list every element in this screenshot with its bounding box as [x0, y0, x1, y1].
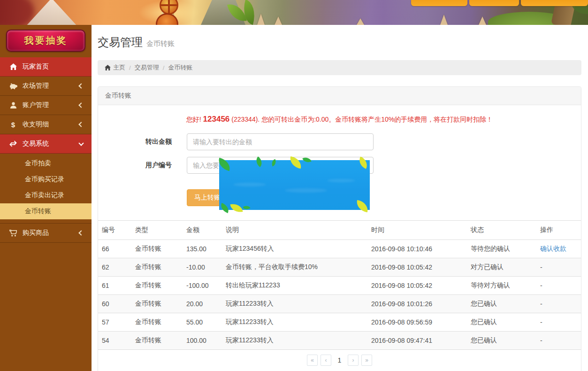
cell-action: -	[536, 295, 581, 313]
cell-amount: 135.00	[183, 240, 222, 258]
cell-desc: 玩家112233转入	[222, 295, 367, 313]
cell-type: 金币转账	[131, 240, 183, 258]
notice-message: (223344). 您的可转出金币为:0.00。金币转账将产生10%的手续费用，…	[231, 116, 493, 123]
cell-desc: 转出给玩家112233	[222, 277, 367, 295]
banner-cone	[479, 16, 486, 25]
pagination-next-button[interactable]: ›	[348, 355, 359, 366]
home-icon	[105, 65, 111, 70]
sidebar-item-label: 购买商品	[23, 229, 79, 237]
cell-type: 金币转账	[131, 313, 183, 332]
submenu-item-coin-transfer[interactable]: 金币转账	[0, 203, 92, 219]
top-nav-tab[interactable]	[411, 0, 467, 6]
pagination-last-button[interactable]: »	[361, 355, 372, 366]
cell-status: 等待您的确认	[467, 240, 536, 258]
lottery-button[interactable]: 我要抽奖	[6, 30, 85, 52]
submenu-item-coin-auction[interactable]: 金币拍卖	[0, 155, 92, 171]
leaf-decoration	[270, 159, 277, 167]
amount-form-row: 转出金额	[105, 133, 574, 150]
cell-amount: 55.00	[183, 313, 222, 332]
screenshot-overlay	[219, 160, 370, 210]
top-nav-tab[interactable]	[469, 0, 519, 6]
cell-desc: 玩家112233转入	[222, 332, 367, 350]
sidebar-item-label: 交易系统	[23, 139, 79, 148]
cell-time: 2016-09-08 10:10:46	[367, 240, 467, 258]
table-row: 54 金币转账 100.00 玩家112233转入 2016-09-08 09:…	[98, 332, 581, 350]
cell-amount: 20.00	[183, 295, 222, 313]
breadcrumb-current: 金币转账	[168, 63, 192, 72]
sidebar-item-trade-system[interactable]: 交易系统	[0, 134, 92, 154]
cell-id: 54	[98, 332, 131, 350]
amount-input[interactable]	[187, 133, 374, 150]
col-header-time: 时间	[367, 221, 467, 240]
cloud-decoration	[327, 179, 355, 182]
leaf-decoration	[217, 158, 232, 171]
pig-icon	[8, 83, 18, 89]
cell-time: 2016-09-08 10:05:42	[367, 258, 467, 277]
sidebar-item-player-home[interactable]: 玩家首页	[0, 57, 92, 77]
sidebar-item-income-detail[interactable]: $ 收支明细	[0, 115, 92, 134]
cell-amount: -10.00	[183, 258, 222, 277]
submenu-item-label: 金币拍卖	[25, 159, 51, 168]
col-header-type: 类型	[131, 221, 183, 240]
pagination-current-page[interactable]: 1	[334, 355, 345, 366]
exchange-icon	[8, 140, 18, 147]
banner-cone	[357, 18, 364, 25]
cell-time: 2016-09-08 09:56:59	[367, 313, 467, 332]
sidebar-item-label: 农场管理	[23, 82, 79, 90]
col-header-id: 编号	[98, 221, 131, 240]
cell-id: 60	[98, 295, 131, 313]
sidebar-item-buy-goods[interactable]: 购买商品	[0, 224, 92, 243]
pagination: « ‹ 1 › »	[98, 350, 581, 371]
sidebar: 我要抽奖 玩家首页 农场管理 账户管理	[0, 25, 92, 371]
user-icon	[8, 102, 18, 108]
table-header-row: 编号 类型 金额 说明 时间 状态 操作	[98, 221, 581, 240]
cell-action: -	[536, 277, 581, 295]
sidebar-item-farm[interactable]: 农场管理	[0, 77, 92, 96]
cell-id: 57	[98, 313, 131, 332]
chevron-left-icon	[78, 83, 84, 88]
cell-action: -	[536, 258, 581, 277]
chevron-left-icon	[78, 122, 84, 127]
col-header-action: 操作	[536, 221, 581, 240]
dollar-icon: $	[8, 121, 18, 129]
cell-type: 金币转账	[131, 277, 183, 295]
submenu-item-coin-sell-records[interactable]: 金币卖出记录	[0, 187, 92, 203]
confirm-receipt-link[interactable]: 确认收款	[540, 245, 566, 252]
cell-time: 2016-09-08 10:05:42	[367, 277, 467, 295]
trade-submenu: 金币拍卖 金币购买记录 金币卖出记录 金币转账	[0, 154, 92, 224]
pagination-prev-button[interactable]: ‹	[321, 355, 331, 366]
page-subtitle: 金币转账	[146, 39, 175, 47]
breadcrumb: 主页 / 交易管理 / 金币转账	[98, 60, 581, 75]
table-row: 66 金币转账 135.00 玩家123456转入 2016-09-08 10:…	[98, 240, 581, 258]
cell-status: 等待对方确认	[467, 277, 536, 295]
cell-status: 您已确认	[467, 295, 536, 313]
table-row: 60 金币转账 20.00 玩家112233转入 2016-09-08 10:0…	[98, 295, 581, 313]
pagination-first-button[interactable]: «	[307, 355, 318, 366]
cell-id: 62	[98, 258, 131, 277]
cell-type: 金币转账	[131, 332, 183, 350]
cell-type: 金币转账	[131, 258, 183, 277]
col-header-desc: 说明	[222, 221, 367, 240]
cell-amount: -100.00	[183, 277, 222, 295]
banner-decoration	[0, 0, 34, 25]
submenu-item-label: 金币卖出记录	[25, 191, 64, 200]
sidebar-item-label: 账户管理	[23, 101, 79, 109]
page-title: 交易管理金币转账	[98, 35, 581, 51]
cell-time: 2016-09-08 09:47:41	[367, 332, 467, 350]
top-nav-tab[interactable]	[521, 0, 588, 6]
cell-amount: 100.00	[183, 332, 222, 350]
transfer-panel: 金币转账 您好!123456(223344). 您的可转出金币为:0.00。金币…	[98, 86, 581, 371]
user-id-label: 用户编号	[105, 161, 187, 170]
notice-user-id: 123456	[203, 115, 230, 124]
chevron-down-icon	[78, 140, 84, 146]
breadcrumb-section-link[interactable]: 交易管理	[135, 63, 159, 72]
cell-status: 您已确认	[467, 332, 536, 350]
sidebar-item-account[interactable]: 账户管理	[0, 96, 92, 115]
cell-action: -	[536, 332, 581, 350]
breadcrumb-home-link[interactable]: 主页	[105, 63, 125, 72]
submenu-item-label: 金币购买记录	[25, 175, 64, 184]
col-header-status: 状态	[467, 221, 536, 240]
submenu-item-coin-buy-records[interactable]: 金币购买记录	[0, 171, 92, 187]
table-row: 62 金币转账 -10.00 金币转账，平台收取手续费10% 2016-09-0…	[98, 258, 581, 277]
breadcrumb-home-label: 主页	[113, 63, 125, 72]
